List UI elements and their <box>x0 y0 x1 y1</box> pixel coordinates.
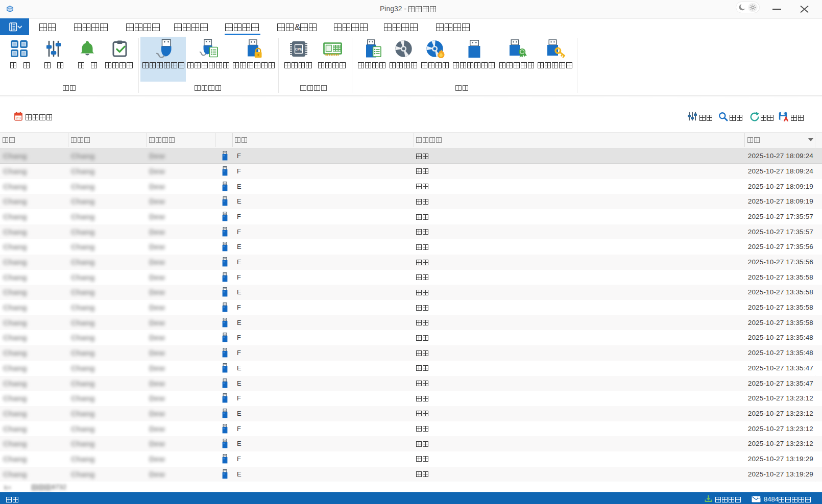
svg-text:CPU: CPU <box>295 47 302 51</box>
svg-text:23: 23 <box>16 116 21 120</box>
